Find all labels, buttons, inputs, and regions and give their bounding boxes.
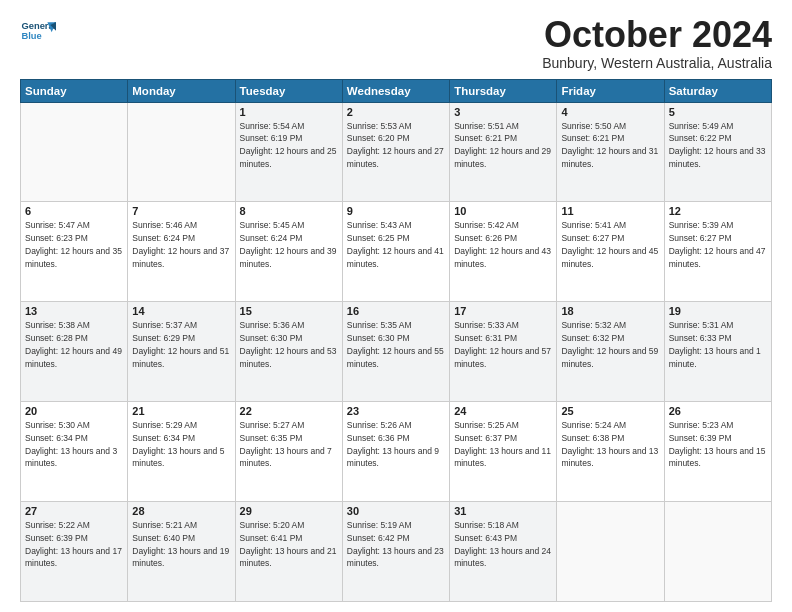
day-info: Sunrise: 5:21 AMSunset: 6:40 PMDaylight:…	[132, 519, 230, 570]
table-row	[128, 102, 235, 202]
table-row: 14Sunrise: 5:37 AMSunset: 6:29 PMDayligh…	[128, 302, 235, 402]
day-number: 29	[240, 505, 338, 517]
table-row: 16Sunrise: 5:35 AMSunset: 6:30 PMDayligh…	[342, 302, 449, 402]
day-number: 28	[132, 505, 230, 517]
day-info: Sunrise: 5:20 AMSunset: 6:41 PMDaylight:…	[240, 519, 338, 570]
table-row: 21Sunrise: 5:29 AMSunset: 6:34 PMDayligh…	[128, 402, 235, 502]
day-number: 27	[25, 505, 123, 517]
day-info: Sunrise: 5:43 AMSunset: 6:25 PMDaylight:…	[347, 219, 445, 270]
day-number: 23	[347, 405, 445, 417]
day-info: Sunrise: 5:50 AMSunset: 6:21 PMDaylight:…	[561, 120, 659, 171]
day-number: 6	[25, 205, 123, 217]
day-info: Sunrise: 5:49 AMSunset: 6:22 PMDaylight:…	[669, 120, 767, 171]
day-number: 14	[132, 305, 230, 317]
day-info: Sunrise: 5:24 AMSunset: 6:38 PMDaylight:…	[561, 419, 659, 470]
day-number: 4	[561, 106, 659, 118]
day-number: 15	[240, 305, 338, 317]
day-info: Sunrise: 5:37 AMSunset: 6:29 PMDaylight:…	[132, 319, 230, 370]
table-row: 6Sunrise: 5:47 AMSunset: 6:23 PMDaylight…	[21, 202, 128, 302]
day-number: 21	[132, 405, 230, 417]
day-info: Sunrise: 5:27 AMSunset: 6:35 PMDaylight:…	[240, 419, 338, 470]
day-info: Sunrise: 5:31 AMSunset: 6:33 PMDaylight:…	[669, 319, 767, 370]
day-number: 13	[25, 305, 123, 317]
day-number: 7	[132, 205, 230, 217]
col-tuesday: Tuesday	[235, 79, 342, 102]
day-info: Sunrise: 5:41 AMSunset: 6:27 PMDaylight:…	[561, 219, 659, 270]
table-row	[664, 502, 771, 602]
col-monday: Monday	[128, 79, 235, 102]
day-number: 30	[347, 505, 445, 517]
table-row: 22Sunrise: 5:27 AMSunset: 6:35 PMDayligh…	[235, 402, 342, 502]
day-number: 9	[347, 205, 445, 217]
day-number: 10	[454, 205, 552, 217]
table-row: 15Sunrise: 5:36 AMSunset: 6:30 PMDayligh…	[235, 302, 342, 402]
table-row: 8Sunrise: 5:45 AMSunset: 6:24 PMDaylight…	[235, 202, 342, 302]
day-info: Sunrise: 5:33 AMSunset: 6:31 PMDaylight:…	[454, 319, 552, 370]
calendar-table: Sunday Monday Tuesday Wednesday Thursday…	[20, 79, 772, 602]
table-row: 19Sunrise: 5:31 AMSunset: 6:33 PMDayligh…	[664, 302, 771, 402]
day-info: Sunrise: 5:42 AMSunset: 6:26 PMDaylight:…	[454, 219, 552, 270]
day-number: 19	[669, 305, 767, 317]
day-info: Sunrise: 5:38 AMSunset: 6:28 PMDaylight:…	[25, 319, 123, 370]
day-info: Sunrise: 5:51 AMSunset: 6:21 PMDaylight:…	[454, 120, 552, 171]
day-number: 24	[454, 405, 552, 417]
page: General Blue October 2024 Bunbury, Weste…	[0, 0, 792, 612]
day-info: Sunrise: 5:35 AMSunset: 6:30 PMDaylight:…	[347, 319, 445, 370]
subtitle: Bunbury, Western Australia, Australia	[542, 55, 772, 71]
day-info: Sunrise: 5:32 AMSunset: 6:32 PMDaylight:…	[561, 319, 659, 370]
day-info: Sunrise: 5:54 AMSunset: 6:19 PMDaylight:…	[240, 120, 338, 171]
calendar-body: 1Sunrise: 5:54 AMSunset: 6:19 PMDaylight…	[21, 102, 772, 601]
day-info: Sunrise: 5:36 AMSunset: 6:30 PMDaylight:…	[240, 319, 338, 370]
table-row: 27Sunrise: 5:22 AMSunset: 6:39 PMDayligh…	[21, 502, 128, 602]
table-row: 9Sunrise: 5:43 AMSunset: 6:25 PMDaylight…	[342, 202, 449, 302]
table-row: 17Sunrise: 5:33 AMSunset: 6:31 PMDayligh…	[450, 302, 557, 402]
table-row: 26Sunrise: 5:23 AMSunset: 6:39 PMDayligh…	[664, 402, 771, 502]
col-friday: Friday	[557, 79, 664, 102]
day-info: Sunrise: 5:45 AMSunset: 6:24 PMDaylight:…	[240, 219, 338, 270]
table-row: 24Sunrise: 5:25 AMSunset: 6:37 PMDayligh…	[450, 402, 557, 502]
day-number: 17	[454, 305, 552, 317]
col-saturday: Saturday	[664, 79, 771, 102]
day-number: 26	[669, 405, 767, 417]
table-row: 1Sunrise: 5:54 AMSunset: 6:19 PMDaylight…	[235, 102, 342, 202]
table-row: 25Sunrise: 5:24 AMSunset: 6:38 PMDayligh…	[557, 402, 664, 502]
table-row: 13Sunrise: 5:38 AMSunset: 6:28 PMDayligh…	[21, 302, 128, 402]
table-row: 3Sunrise: 5:51 AMSunset: 6:21 PMDaylight…	[450, 102, 557, 202]
day-info: Sunrise: 5:22 AMSunset: 6:39 PMDaylight:…	[25, 519, 123, 570]
day-number: 18	[561, 305, 659, 317]
table-row: 30Sunrise: 5:19 AMSunset: 6:42 PMDayligh…	[342, 502, 449, 602]
day-info: Sunrise: 5:25 AMSunset: 6:37 PMDaylight:…	[454, 419, 552, 470]
col-sunday: Sunday	[21, 79, 128, 102]
logo-icon: General Blue	[20, 15, 56, 51]
table-row: 29Sunrise: 5:20 AMSunset: 6:41 PMDayligh…	[235, 502, 342, 602]
table-row: 18Sunrise: 5:32 AMSunset: 6:32 PMDayligh…	[557, 302, 664, 402]
calendar-header: Sunday Monday Tuesday Wednesday Thursday…	[21, 79, 772, 102]
col-wednesday: Wednesday	[342, 79, 449, 102]
table-row: 12Sunrise: 5:39 AMSunset: 6:27 PMDayligh…	[664, 202, 771, 302]
day-info: Sunrise: 5:18 AMSunset: 6:43 PMDaylight:…	[454, 519, 552, 570]
day-number: 31	[454, 505, 552, 517]
table-row	[21, 102, 128, 202]
table-row: 23Sunrise: 5:26 AMSunset: 6:36 PMDayligh…	[342, 402, 449, 502]
day-number: 20	[25, 405, 123, 417]
title-block: October 2024 Bunbury, Western Australia,…	[542, 15, 772, 71]
day-number: 1	[240, 106, 338, 118]
table-row: 5Sunrise: 5:49 AMSunset: 6:22 PMDaylight…	[664, 102, 771, 202]
day-info: Sunrise: 5:46 AMSunset: 6:24 PMDaylight:…	[132, 219, 230, 270]
svg-text:Blue: Blue	[21, 31, 41, 41]
day-number: 12	[669, 205, 767, 217]
day-info: Sunrise: 5:29 AMSunset: 6:34 PMDaylight:…	[132, 419, 230, 470]
day-info: Sunrise: 5:39 AMSunset: 6:27 PMDaylight:…	[669, 219, 767, 270]
header: General Blue October 2024 Bunbury, Weste…	[20, 15, 772, 71]
day-info: Sunrise: 5:19 AMSunset: 6:42 PMDaylight:…	[347, 519, 445, 570]
day-info: Sunrise: 5:30 AMSunset: 6:34 PMDaylight:…	[25, 419, 123, 470]
day-number: 22	[240, 405, 338, 417]
day-number: 16	[347, 305, 445, 317]
table-row: 7Sunrise: 5:46 AMSunset: 6:24 PMDaylight…	[128, 202, 235, 302]
table-row: 28Sunrise: 5:21 AMSunset: 6:40 PMDayligh…	[128, 502, 235, 602]
day-number: 5	[669, 106, 767, 118]
day-number: 11	[561, 205, 659, 217]
table-row: 4Sunrise: 5:50 AMSunset: 6:21 PMDaylight…	[557, 102, 664, 202]
table-row: 2Sunrise: 5:53 AMSunset: 6:20 PMDaylight…	[342, 102, 449, 202]
day-number: 2	[347, 106, 445, 118]
